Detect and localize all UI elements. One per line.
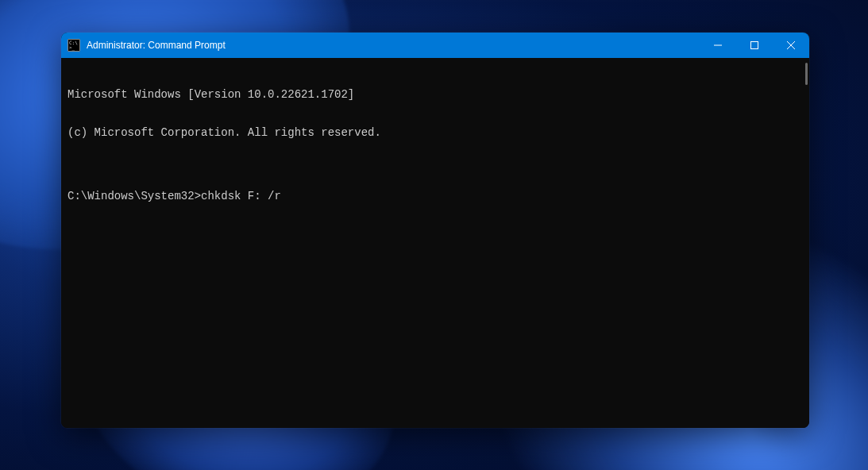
terminal-line: (c) Microsoft Corporation. All rights re… <box>68 126 803 139</box>
terminal-output[interactable]: Microsoft Windows [Version 10.0.22621.17… <box>61 58 809 428</box>
cmd-icon <box>68 39 80 52</box>
minimize-icon <box>714 41 722 49</box>
minimize-button[interactable] <box>700 33 736 58</box>
scrollbar-thumb[interactable] <box>805 63 808 85</box>
titlebar[interactable]: Administrator: Command Prompt <box>61 33 809 58</box>
svg-rect-1 <box>751 42 758 49</box>
maximize-icon <box>750 41 758 49</box>
terminal-prompt: C:\Windows\System32> <box>68 190 201 202</box>
close-button[interactable] <box>773 33 809 58</box>
close-icon <box>787 41 795 49</box>
terminal-line: Microsoft Windows [Version 10.0.22621.17… <box>68 88 803 101</box>
window-controls <box>700 33 809 58</box>
terminal-command-input[interactable]: chkdsk F: /r <box>201 190 281 202</box>
maximize-button[interactable] <box>736 33 773 58</box>
window-title: Administrator: Command Prompt <box>87 40 700 51</box>
command-prompt-window: Administrator: Command Prompt Microsoft … <box>61 33 809 428</box>
terminal-prompt-row: C:\Windows\System32>chkdsk F: /r <box>68 190 803 202</box>
terminal-cursor <box>281 190 287 202</box>
